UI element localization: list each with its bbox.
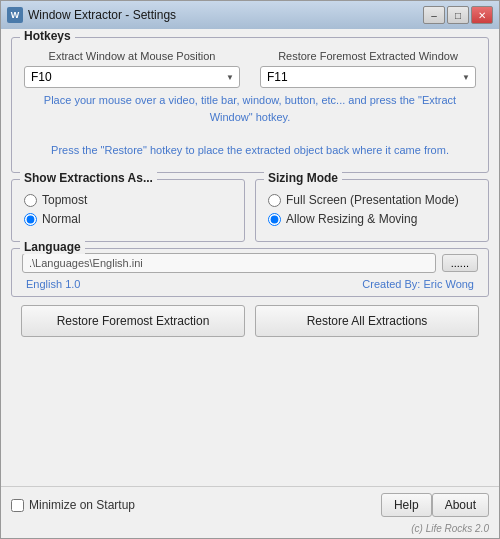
action-buttons-row: Restore Foremost Extraction Restore All … <box>11 303 489 339</box>
extract-hotkey-col: Extract Window at Mouse Position F10 F9 … <box>24 50 240 88</box>
app-icon: W <box>7 7 23 23</box>
title-bar: W Window Extractor - Settings – □ ✕ <box>1 1 499 29</box>
sizing-resize-radio[interactable] <box>268 213 281 226</box>
window-title: Window Extractor - Settings <box>28 8 423 22</box>
language-info-row: English 1.0 Created By: Eric Wong <box>22 278 478 290</box>
restore-select-wrap: F11 F12 F6 F5 ▼ <box>260 66 476 88</box>
window-controls: – □ ✕ <box>423 6 493 24</box>
options-row: Show Extractions As... Topmost Normal Si… <box>11 179 489 242</box>
sizing-fullscreen-radio[interactable] <box>268 194 281 207</box>
language-group: Language ...... English 1.0 Created By: … <box>11 248 489 297</box>
language-input-row: ...... <box>22 253 478 273</box>
language-credit: Created By: Eric Wong <box>362 278 474 290</box>
about-button[interactable]: About <box>432 493 489 517</box>
show-normal-item: Normal <box>24 212 232 226</box>
extract-select-wrap: F10 F9 F8 F7 ▼ <box>24 66 240 88</box>
minimize-button[interactable]: – <box>423 6 445 24</box>
extract-hotkey-select[interactable]: F10 F9 F8 F7 <box>24 66 240 88</box>
watermark-text: (c) Life Rocks 2.0 <box>1 523 499 538</box>
help-button[interactable]: Help <box>381 493 432 517</box>
hotkeys-group: Hotkeys Extract Window at Mouse Position… <box>11 37 489 173</box>
bottom-bar: Minimize on Startup Help About <box>1 489 499 523</box>
language-path-input[interactable] <box>22 253 436 273</box>
sizing-mode-group: Sizing Mode Full Screen (Presentation Mo… <box>255 179 489 242</box>
show-extractions-label: Show Extractions As... <box>20 171 157 185</box>
restore-all-button[interactable]: Restore All Extractions <box>255 305 479 337</box>
main-window: W Window Extractor - Settings – □ ✕ Hotk… <box>0 0 500 539</box>
browse-button[interactable]: ...... <box>442 254 478 272</box>
show-topmost-label: Topmost <box>42 193 87 207</box>
extract-hotkey-label: Extract Window at Mouse Position <box>24 50 240 62</box>
hotkeys-row: Extract Window at Mouse Position F10 F9 … <box>24 50 476 88</box>
minimize-startup-row: Minimize on Startup <box>11 498 135 512</box>
restore-hotkey-select[interactable]: F11 F12 F6 F5 <box>260 66 476 88</box>
hotkeys-group-label: Hotkeys <box>20 29 75 43</box>
sizing-resize-item: Allow Resizing & Moving <box>268 212 476 226</box>
restore-foremost-button[interactable]: Restore Foremost Extraction <box>21 305 245 337</box>
sizing-fullscreen-label: Full Screen (Presentation Mode) <box>286 193 459 207</box>
maximize-button[interactable]: □ <box>447 6 469 24</box>
show-normal-radio[interactable] <box>24 213 37 226</box>
sizing-fullscreen-item: Full Screen (Presentation Mode) <box>268 193 476 207</box>
restore-hotkey-col: Restore Foremost Extracted Window F11 F1… <box>260 50 476 88</box>
sizing-mode-label: Sizing Mode <box>264 171 342 185</box>
language-group-label: Language <box>20 240 85 254</box>
show-normal-label: Normal <box>42 212 81 226</box>
sizing-resize-label: Allow Resizing & Moving <box>286 212 417 226</box>
restore-hotkey-label: Restore Foremost Extracted Window <box>260 50 476 62</box>
show-extractions-group: Show Extractions As... Topmost Normal <box>11 179 245 242</box>
close-button[interactable]: ✕ <box>471 6 493 24</box>
hint-line2: Press the "Restore" hotkey to place the … <box>51 144 449 156</box>
hint-text: Place your mouse over a video, title bar… <box>24 88 476 162</box>
help-about-row: Help About <box>381 493 489 517</box>
show-topmost-item: Topmost <box>24 193 232 207</box>
hint-line1: Place your mouse over a video, title bar… <box>44 94 456 123</box>
minimize-startup-label: Minimize on Startup <box>29 498 135 512</box>
show-topmost-radio[interactable] <box>24 194 37 207</box>
minimize-startup-checkbox[interactable] <box>11 499 24 512</box>
bottom-divider <box>1 486 499 487</box>
main-content: Hotkeys Extract Window at Mouse Position… <box>1 29 499 484</box>
language-version: English 1.0 <box>26 278 80 290</box>
